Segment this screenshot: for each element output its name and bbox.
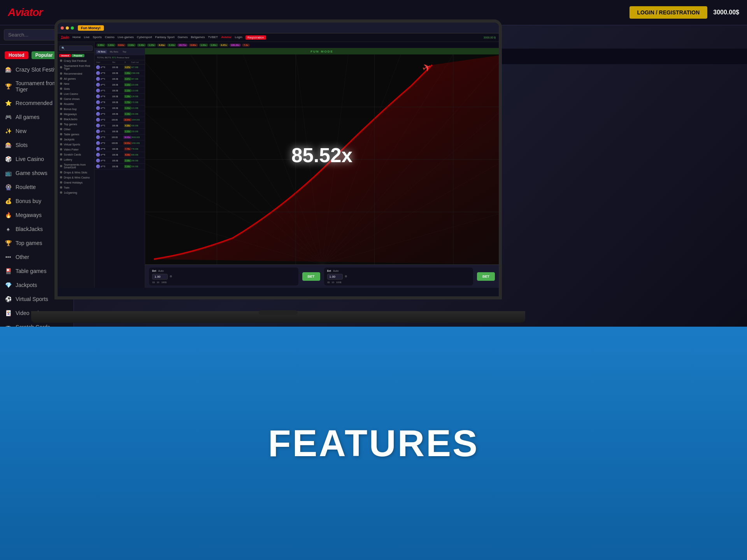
virtual-sports-icon: ⚽ bbox=[5, 296, 12, 303]
inner-sidebar-scratch-cards[interactable]: Scratch Cards bbox=[58, 152, 94, 157]
nav-live[interactable]: Live bbox=[84, 35, 90, 40]
bet-tab-bet[interactable]: Bet bbox=[152, 270, 156, 272]
table-row: d***0 100.0$ 1.60x 1599.00$ bbox=[95, 70, 145, 76]
table-row: d***9 100.0$ 1.29x 129.00$ bbox=[95, 94, 145, 100]
table-row: d***1 100.0$ 1.31x 121.00$ bbox=[95, 105, 145, 111]
inner-sidebar-jackpots[interactable]: Jackpots bbox=[58, 137, 94, 142]
bet-button-1[interactable]: BET bbox=[302, 272, 320, 281]
inner-sidebar-live-casino[interactable]: Live Casino bbox=[58, 91, 94, 96]
inner-sidebar-table-games[interactable]: Table games bbox=[58, 132, 94, 137]
game-shows-icon: 📺 bbox=[5, 170, 12, 177]
nav-login[interactable]: Login bbox=[235, 35, 242, 40]
inner-sidebar-top-games[interactable]: Top games bbox=[58, 122, 94, 127]
nav-betgames[interactable]: Betgames bbox=[191, 35, 205, 40]
sidebar-dot bbox=[60, 153, 62, 156]
inner-mult-badge: 1.25x bbox=[147, 44, 156, 47]
inner-sidebar-other[interactable]: Other bbox=[58, 127, 94, 132]
slots-icon: 🎰 bbox=[5, 142, 12, 149]
bet-button-2[interactable]: BET bbox=[477, 272, 495, 281]
sidebar-dot bbox=[60, 128, 62, 130]
inner-logo: 1win bbox=[61, 35, 69, 40]
inner-mult-badge: 1.64x bbox=[107, 44, 116, 47]
nav-cybersport[interactable]: Cybersport bbox=[137, 35, 152, 40]
logo: Aviator bbox=[8, 6, 42, 19]
inner-top-bar: 1win Home Live Sports Casino Live-games … bbox=[58, 33, 499, 42]
nav-sports[interactable]: Sports bbox=[93, 35, 102, 40]
bet-tab-auto[interactable]: Auto bbox=[158, 270, 164, 272]
bet-limits-2: 1$ 10 100$ bbox=[327, 281, 470, 284]
sidebar-dot bbox=[60, 176, 62, 178]
sidebar-dot bbox=[60, 77, 62, 80]
inner-sidebar-game-shows[interactable]: Game shows bbox=[58, 96, 94, 102]
scratch-cards-icon: 🎟 bbox=[5, 324, 12, 327]
sidebar-dot bbox=[60, 133, 62, 135]
inner-sidebar-recommended[interactable]: Recommended bbox=[58, 71, 94, 76]
sidebar-dot bbox=[60, 158, 62, 161]
inner-sidebar-virtual-sports[interactable]: Virtual Sports bbox=[58, 142, 94, 147]
inner-search-input[interactable] bbox=[59, 46, 93, 51]
bet-input-1[interactable] bbox=[152, 274, 168, 280]
my-bets-tab[interactable]: My Bets bbox=[108, 50, 120, 54]
fun-mode-btn[interactable]: Fun Money! bbox=[78, 25, 104, 31]
nav-games[interactable]: Games bbox=[178, 35, 188, 40]
sidebar-dot bbox=[60, 82, 62, 85]
nav-home[interactable]: Home bbox=[72, 35, 81, 40]
avatar bbox=[96, 147, 100, 151]
inner-sidebar-slots[interactable]: Slots bbox=[58, 86, 94, 91]
inner-sidebar-video-poker[interactable]: Video Poker bbox=[58, 147, 94, 152]
nav-fantasy[interactable]: Fantasy Sport bbox=[155, 35, 175, 40]
bet-input-2[interactable] bbox=[327, 274, 343, 280]
inner-sidebar-lottery[interactable]: Lottery bbox=[58, 157, 94, 162]
inner-bet-tabs: All Bets My Bets Top bbox=[95, 48, 145, 55]
bet-tab-bet-2[interactable]: Bet bbox=[327, 270, 331, 272]
bet-tabs-inner-1: Bet Auto bbox=[152, 270, 295, 272]
table-row: d***1 100.0$ 2.33x 233.00$ bbox=[95, 129, 145, 135]
inner-sidebar: Hosted Popular Crazy Slot Festival Tourn… bbox=[58, 42, 95, 288]
sidebar-dot bbox=[60, 103, 62, 105]
sidebar-dot bbox=[60, 143, 62, 145]
inner-hosted-popular: Hosted Popular bbox=[58, 53, 94, 58]
bet-tab-auto-2[interactable]: Auto bbox=[333, 270, 338, 272]
nav-tvbet[interactable]: TVBET bbox=[208, 35, 218, 40]
login-button[interactable]: LOGIN / REGISTRATION bbox=[630, 6, 708, 19]
roulette-icon: 🎡 bbox=[5, 184, 12, 191]
all-games-icon: 🎮 bbox=[5, 114, 12, 121]
inner-sidebar-blackjacks[interactable]: BlackJacks bbox=[58, 117, 94, 122]
minimize-dot bbox=[66, 26, 69, 30]
top-tab[interactable]: Top bbox=[121, 50, 128, 54]
inner-bet-panel: All Bets My Bets Top TOTAL BETS: 871 Pre… bbox=[95, 48, 145, 288]
inner-sidebar-bonus[interactable]: Bonus buy bbox=[58, 107, 94, 112]
nav-aviator[interactable]: Aviator bbox=[221, 35, 231, 40]
close-dot bbox=[61, 26, 64, 30]
avatar bbox=[96, 118, 100, 122]
jackpots-icon: 💎 bbox=[5, 282, 12, 289]
nav-live-games[interactable]: Live-games bbox=[117, 35, 133, 40]
inner-sidebar-grand-holidays[interactable]: Grand Holidays bbox=[58, 180, 94, 185]
avatar bbox=[96, 130, 100, 133]
fun-mode-banner: FUN MODE bbox=[145, 48, 499, 54]
inner-sidebar-drops-wins[interactable]: Drops & Wins Slots bbox=[58, 170, 94, 175]
inner-sidebar-drops-casino[interactable]: Drops & Wins Casino bbox=[58, 175, 94, 180]
all-bets-tab[interactable]: All Bets bbox=[96, 50, 107, 54]
inner-sidebar-tournaments-smartsoft[interactable]: Tournaments from SmartSoft bbox=[58, 162, 94, 170]
new-icon: ✨ bbox=[5, 128, 12, 135]
video-poker-icon: 🃏 bbox=[5, 310, 12, 317]
avatar bbox=[96, 159, 100, 163]
blackjack-icon: ♠ bbox=[5, 226, 12, 233]
inner-sidebar-1x2gaming[interactable]: 1x2gaming bbox=[58, 190, 94, 195]
nav-registration[interactable]: Registration bbox=[245, 35, 266, 40]
inner-sidebar-roulette[interactable]: Roulette bbox=[58, 102, 94, 107]
table-row: d***8 100.0$ 1.72x 172.00$ bbox=[95, 100, 145, 105]
inner-sidebar-crazy-slot[interactable]: Crazy Slot Festival bbox=[58, 58, 94, 63]
inner-sidebar-tournament[interactable]: Tournament from Red Tiger bbox=[58, 63, 94, 71]
bet-small-info: ⚙ bbox=[170, 275, 172, 278]
nav-casino[interactable]: Casino bbox=[105, 35, 114, 40]
inner-sidebar-new[interactable]: New bbox=[58, 81, 94, 86]
inner-sidebar-twin[interactable]: Twin bbox=[58, 185, 94, 190]
avatar bbox=[96, 77, 100, 81]
inner-main: 2.89x 1.64x 8.64x 2.96x 3.46x 1.25x 4.41… bbox=[95, 42, 499, 288]
table-row: d***1 100.0$ 2.23x 223.00$ bbox=[95, 82, 145, 88]
inner-sidebar-megaways[interactable]: Megaways bbox=[58, 112, 94, 117]
inner-sidebar-all-games[interactable]: All games bbox=[58, 76, 94, 81]
laptop-screen-inner: Fun Money! 1win Home Live Sports Casino … bbox=[58, 23, 499, 296]
